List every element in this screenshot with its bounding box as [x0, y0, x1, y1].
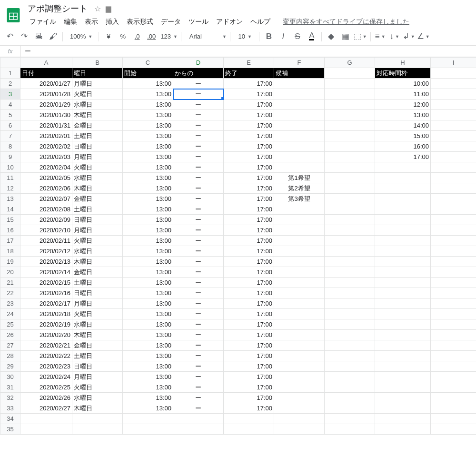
- cell-C9[interactable]: 13:00: [123, 152, 173, 162]
- cell-D14[interactable]: ー: [173, 204, 224, 215]
- cell-B5[interactable]: 木曜日: [72, 110, 123, 120]
- cell-E34[interactable]: [224, 414, 274, 424]
- cell-I19[interactable]: [431, 257, 476, 267]
- cell-A33[interactable]: 2020/02/27: [20, 403, 72, 414]
- cell-B24[interactable]: 火曜日: [72, 309, 123, 319]
- cell-C2[interactable]: 13:00: [123, 79, 173, 89]
- vertical-align-button[interactable]: ↓▼: [388, 30, 401, 43]
- cell-G6[interactable]: [325, 120, 375, 131]
- cell-A25[interactable]: 2020/02/19: [20, 319, 72, 330]
- cell-B35[interactable]: [72, 424, 123, 435]
- cell-B2[interactable]: 月曜日: [72, 79, 123, 89]
- row-header[interactable]: 17: [0, 236, 20, 246]
- cell-D30[interactable]: ー: [173, 372, 224, 382]
- cell-D34[interactable]: [173, 414, 224, 424]
- cell-C20[interactable]: 13:00: [123, 267, 173, 278]
- cell-B8[interactable]: 日曜日: [72, 141, 123, 152]
- cell-F7[interactable]: [274, 131, 325, 141]
- cell-E35[interactable]: [224, 424, 274, 435]
- cell-B12[interactable]: 木曜日: [72, 183, 123, 194]
- cell-A11[interactable]: 2020/02/05: [20, 173, 72, 183]
- column-header-A[interactable]: A: [20, 58, 72, 68]
- cell-G27[interactable]: [325, 340, 375, 351]
- undo-button[interactable]: ↶: [4, 30, 16, 43]
- row-header[interactable]: 16: [0, 225, 20, 236]
- print-button[interactable]: 🖶: [32, 30, 45, 43]
- cell-D10[interactable]: ー: [173, 162, 224, 173]
- cell-H18[interactable]: [375, 246, 431, 257]
- row-header[interactable]: 3: [0, 89, 20, 99]
- cell-C17[interactable]: 13:00: [123, 236, 173, 246]
- cell-H11[interactable]: [375, 173, 431, 183]
- cell-B27[interactable]: 金曜日: [72, 340, 123, 351]
- cell-G25[interactable]: [325, 319, 375, 330]
- cell-D23[interactable]: ー: [173, 298, 224, 309]
- row-header[interactable]: 15: [0, 215, 20, 225]
- cell-A6[interactable]: 2020/01/31: [20, 120, 72, 131]
- cell-D8[interactable]: ー: [173, 141, 224, 152]
- cell-C34[interactable]: [123, 414, 173, 424]
- select-all-corner[interactable]: [0, 58, 20, 68]
- cell-G21[interactable]: [325, 278, 375, 288]
- cell-B16[interactable]: 月曜日: [72, 225, 123, 236]
- cell-A26[interactable]: 2020/02/20: [20, 330, 72, 340]
- cell-E14[interactable]: 17:00: [224, 204, 274, 215]
- cell-F10[interactable]: [274, 162, 325, 173]
- cell-A27[interactable]: 2020/02/21: [20, 340, 72, 351]
- row-header[interactable]: 10: [0, 162, 20, 173]
- cell-D9[interactable]: ー: [173, 152, 224, 162]
- cell-H8[interactable]: 16:00: [375, 141, 431, 152]
- cell-I8[interactable]: [431, 141, 476, 152]
- cell-D12[interactable]: ー: [173, 183, 224, 194]
- cell-G30[interactable]: [325, 372, 375, 382]
- cell-A2[interactable]: 2020/01/27: [20, 79, 72, 89]
- cell-I31[interactable]: [431, 382, 476, 393]
- cell-I32[interactable]: [431, 393, 476, 403]
- column-header-B[interactable]: B: [72, 58, 123, 68]
- cell-I26[interactable]: [431, 330, 476, 340]
- cell-E32[interactable]: 17:00: [224, 393, 274, 403]
- cell-D32[interactable]: ー: [173, 393, 224, 403]
- cell-G4[interactable]: [325, 99, 375, 110]
- cell-A34[interactable]: [20, 414, 72, 424]
- spreadsheet-grid[interactable]: ABCDEFGHI 1日付曜日開始からの終了候補対応時間枠22020/01/27…: [0, 57, 476, 435]
- cell-H15[interactable]: [375, 215, 431, 225]
- cell-B15[interactable]: 日曜日: [72, 215, 123, 225]
- cell-E16[interactable]: 17:00: [224, 225, 274, 236]
- cell-B26[interactable]: 木曜日: [72, 330, 123, 340]
- fill-color-button[interactable]: ◆: [325, 30, 337, 43]
- cell-H6[interactable]: 14:00: [375, 120, 431, 131]
- cell-I4[interactable]: [431, 99, 476, 110]
- cell-G17[interactable]: [325, 236, 375, 246]
- cell-D24[interactable]: ー: [173, 309, 224, 319]
- cell-A9[interactable]: 2020/02/03: [20, 152, 72, 162]
- redo-button[interactable]: ↷: [18, 30, 30, 43]
- cell-F19[interactable]: [274, 257, 325, 267]
- cell-F22[interactable]: [274, 288, 325, 298]
- text-rotation-button[interactable]: ∠▼: [417, 30, 430, 43]
- column-header-F[interactable]: F: [274, 58, 325, 68]
- cell-A5[interactable]: 2020/01/30: [20, 110, 72, 120]
- cell-G35[interactable]: [325, 424, 375, 435]
- cell-F26[interactable]: [274, 330, 325, 340]
- cell-F3[interactable]: [274, 89, 325, 99]
- cell-F24[interactable]: [274, 309, 325, 319]
- cell-I35[interactable]: [431, 424, 476, 435]
- row-header[interactable]: 31: [0, 382, 20, 393]
- cell-D17[interactable]: ー: [173, 236, 224, 246]
- cell-G15[interactable]: [325, 215, 375, 225]
- row-header[interactable]: 14: [0, 204, 20, 215]
- cell-G32[interactable]: [325, 393, 375, 403]
- cell-H2[interactable]: 10:00: [375, 79, 431, 89]
- cell-A20[interactable]: 2020/02/14: [20, 267, 72, 278]
- currency-button[interactable]: ¥: [102, 30, 115, 43]
- cell-E6[interactable]: 17:00: [224, 120, 274, 131]
- row-header[interactable]: 7: [0, 131, 20, 141]
- cell-E17[interactable]: 17:00: [224, 236, 274, 246]
- row-header[interactable]: 20: [0, 267, 20, 278]
- cell-F25[interactable]: [274, 319, 325, 330]
- row-header[interactable]: 35: [0, 424, 20, 435]
- cell-H14[interactable]: [375, 204, 431, 215]
- formula-input[interactable]: ー: [21, 47, 476, 56]
- cell-E15[interactable]: 17:00: [224, 215, 274, 225]
